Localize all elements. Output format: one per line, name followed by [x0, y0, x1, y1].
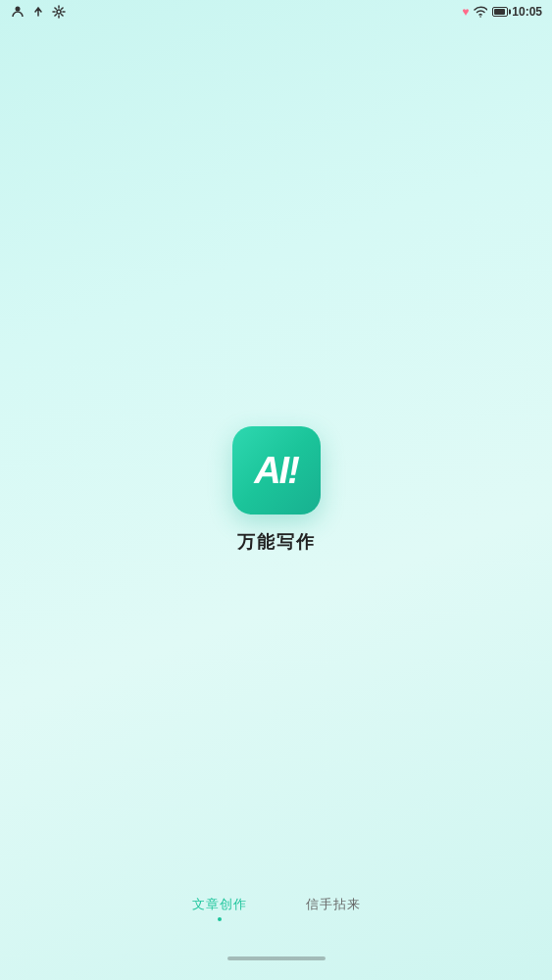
nav-label-article: 文章创作: [192, 896, 247, 913]
bottom-indicator: [227, 956, 326, 960]
status-right: ♥ 10:05: [462, 4, 542, 20]
status-bar: ♥ 10:05: [0, 0, 552, 24]
settings-icon: [51, 4, 67, 20]
main-content: AI! 万能写作: [0, 0, 552, 980]
battery-icon: [492, 4, 508, 20]
wifi-icon: [473, 4, 488, 20]
app-icon: AI!: [232, 426, 321, 514]
svg-point-0: [16, 7, 21, 12]
app-name: 万能写作: [237, 530, 316, 554]
person-icon: [10, 4, 25, 20]
status-left: [10, 4, 67, 20]
arrow-icon: [30, 4, 46, 20]
heart-icon: ♥: [462, 5, 469, 19]
app-icon-text: AI!: [254, 452, 298, 489]
nav-dot-casual: [331, 917, 335, 921]
svg-point-1: [57, 10, 61, 14]
nav-label-casual: 信手拈来: [306, 896, 361, 913]
bottom-nav: 文章创作 信手拈来: [0, 896, 552, 921]
nav-item-article[interactable]: 文章创作: [192, 896, 247, 921]
app-icon-wrapper: AI! 万能写作: [232, 426, 321, 554]
svg-point-2: [480, 16, 482, 18]
time-display: 10:05: [512, 5, 542, 19]
nav-item-casual[interactable]: 信手拈来: [306, 896, 361, 921]
nav-dot-article: [218, 917, 222, 921]
